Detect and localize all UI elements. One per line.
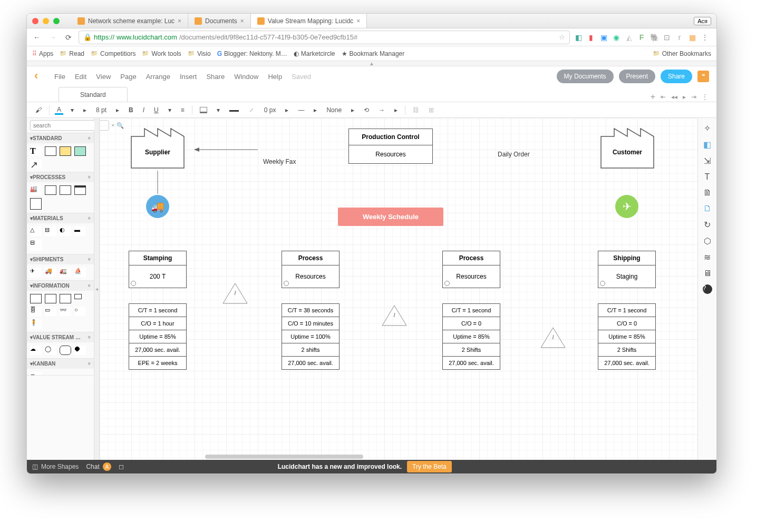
try-beta-button[interactable]: Try the Beta	[407, 461, 452, 472]
minimize-window-button[interactable]	[43, 18, 49, 24]
shape-burst-icon[interactable]: ☁	[30, 346, 42, 355]
shape-truck-icon[interactable]: 🚚	[45, 268, 56, 277]
inventory-triangle[interactable]: I	[222, 282, 248, 304]
help-icon[interactable]: ?	[703, 284, 712, 294]
menu-icon[interactable]: ⋮	[701, 33, 709, 42]
fill-dropdown[interactable]: ▾	[215, 105, 222, 115]
fill-color-button[interactable]	[198, 106, 209, 114]
shape-process-split[interactable]	[60, 185, 71, 195]
page-icon[interactable]: 🗎	[703, 188, 712, 198]
node-weekly-schedule[interactable]: Weekly Schedule	[338, 208, 443, 226]
palette-close-icon[interactable]: ×	[88, 257, 91, 262]
palette-close-icon[interactable]: ×	[88, 334, 91, 340]
plane-icon[interactable]: ✈	[615, 195, 638, 218]
bookmark-folder[interactable]: Competitiors	[91, 50, 135, 57]
shape-ring-icon[interactable]: ◯	[45, 346, 56, 355]
star-icon[interactable]: ☆	[559, 33, 565, 41]
shape-fifo-icon[interactable]: ⊟	[45, 226, 56, 236]
shape-data-box[interactable]	[30, 198, 42, 210]
menu-window[interactable]: Window	[234, 73, 258, 81]
palette-header-information[interactable]: ▾ INFORMATION×	[27, 281, 94, 291]
shape-boat-icon[interactable]: ⛵	[74, 268, 86, 277]
menu-edit[interactable]: Edit	[75, 73, 86, 81]
chat-button[interactable]: ChatA	[86, 462, 111, 471]
page-settings-icon[interactable]: ⇲	[704, 156, 711, 166]
shape-buffer-icon[interactable]: ▬	[74, 226, 86, 236]
shape-octagon-icon[interactable]: ⯃	[74, 346, 86, 355]
palette-close-icon[interactable]: ×	[88, 135, 91, 141]
ext-icon[interactable]: ⊡	[663, 33, 671, 42]
tab-close-icon[interactable]: ×	[240, 17, 244, 25]
browser-tab-3-active[interactable]: Value Stream Mapping: Lucidc ×	[251, 14, 367, 28]
shape-options-icon[interactable]: 🗋	[703, 204, 712, 213]
ext-icon[interactable]: ▦	[688, 33, 696, 42]
shape-note-green[interactable]	[74, 146, 86, 156]
feedback-icon[interactable]: ❝	[697, 71, 709, 82]
shape-process-box[interactable]	[45, 185, 56, 195]
node-data-box[interactable]: C/T = 1 secondC/O = 0Uptime = 85%2 Shift…	[442, 303, 500, 370]
canvas-area[interactable]: Supplier Production Control Resources Cu…	[100, 118, 697, 460]
ext-icon[interactable]: ◧	[574, 33, 583, 42]
node-data-box[interactable]: C/T = 1 secondC/O = 1 hourUptime = 85%27…	[129, 303, 187, 370]
shape-supermarket-icon[interactable]: ◐	[60, 226, 71, 236]
back-button[interactable]: ←	[31, 32, 43, 43]
shape-info-small[interactable]	[74, 294, 82, 299]
font-color-button[interactable]: A	[55, 105, 63, 115]
shape-info-box-2[interactable]	[45, 294, 56, 303]
node-production-control[interactable]: Production Control Resources	[348, 129, 433, 164]
ext-icon[interactable]: ◭	[625, 33, 633, 42]
present-button[interactable]: Present	[619, 70, 655, 83]
close-window-button[interactable]	[32, 18, 38, 24]
ext-icon[interactable]: F	[637, 33, 646, 42]
left-panel-handle[interactable]: ◂	[94, 118, 100, 460]
ext-icon[interactable]: ▮	[587, 33, 595, 42]
add-page-icon[interactable]: +	[651, 92, 655, 102]
shape-operator-icon[interactable]: 🧍	[30, 319, 42, 329]
user-profile-button[interactable]: Ася	[694, 17, 711, 25]
master-icon[interactable]: ⬡	[704, 236, 711, 246]
node-supplier[interactable]: Supplier	[129, 123, 187, 171]
bookmark-folder[interactable]: Work tools	[142, 50, 181, 57]
shape-circle-icon[interactable]: ○	[74, 307, 86, 316]
node-data-box[interactable]: C/T = 38 secondsC/O = 10 minutesUptime =…	[282, 303, 340, 370]
bookmark-item[interactable]: ◐Marketcircle	[294, 50, 335, 57]
line-color-button[interactable]	[227, 107, 241, 113]
font-dropdown-icon[interactable]: ▾	[69, 105, 76, 115]
link-button[interactable]: ⛓	[411, 105, 421, 115]
maximize-window-button[interactable]	[53, 18, 60, 24]
my-documents-button[interactable]: My Documents	[557, 70, 614, 83]
bookmark-item[interactable]: ★Bookmark Manager	[342, 50, 405, 57]
ext-icon[interactable]: r	[675, 33, 684, 42]
line-style-stepper[interactable]: ▸	[312, 105, 319, 115]
palette-header-standard[interactable]: ▾ STANDARD×	[27, 133, 94, 143]
shape-text[interactable]: T	[30, 146, 42, 156]
text-tool-icon[interactable]: T	[705, 172, 710, 182]
page-nav-prev-icon[interactable]: ◂◂	[671, 93, 677, 101]
align-button[interactable]: ≡	[179, 105, 187, 115]
font-size-field[interactable]: 8 pt	[94, 105, 109, 115]
presentation-icon[interactable]: 🖥	[703, 269, 712, 278]
document-tab-standard[interactable]: Standard	[59, 87, 128, 102]
bold-button[interactable]: B	[127, 105, 135, 115]
arrow-end-stepper[interactable]: ▸	[392, 105, 400, 115]
node-data-box[interactable]: C/T = 1 secondC/O = 0Uptime = 85%2 Shift…	[598, 303, 656, 370]
paint-format-icon[interactable]: 🖌	[33, 105, 44, 115]
shape-kaizen-icon[interactable]: ▭	[45, 307, 56, 316]
palette-close-icon[interactable]: ×	[88, 174, 91, 180]
url-field[interactable]: 🔒 https://www.lucidchart.com/documents/e…	[79, 31, 570, 44]
italic-button[interactable]: I	[141, 105, 147, 115]
menu-file[interactable]: File	[54, 73, 65, 81]
font-family-dropdown[interactable]: ▸	[81, 105, 89, 115]
underline-dropdown[interactable]: ▾	[166, 105, 173, 115]
tab-close-icon[interactable]: ×	[178, 17, 181, 25]
more-shapes-button[interactable]: ◫ More Shapes	[32, 463, 79, 470]
shape-info-split[interactable]	[60, 294, 71, 303]
ext-icon[interactable]: 🐘	[650, 33, 658, 42]
palette-header-materials[interactable]: ▾ MATERIALS×	[27, 213, 94, 223]
reload-button[interactable]: ⟳	[63, 32, 74, 43]
ext-icon[interactable]: ◉	[612, 33, 620, 42]
page-nav-next-icon[interactable]: ▸	[683, 93, 686, 101]
node-customer[interactable]: Customer	[598, 123, 656, 171]
palette-close-icon[interactable]: ×	[88, 283, 91, 289]
shape-factory-icon[interactable]: 🏭	[30, 185, 42, 195]
